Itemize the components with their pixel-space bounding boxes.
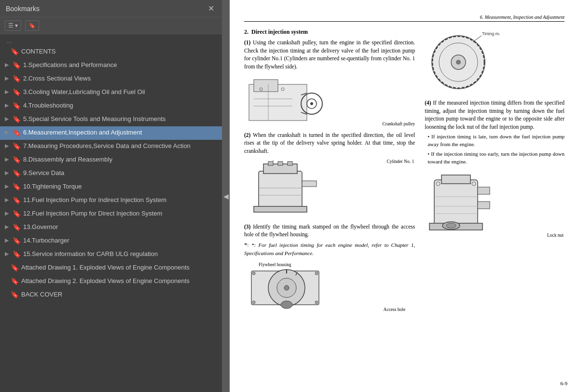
bookmark-label: 12.Fuel Injection Pump for Direct Inject…	[23, 210, 218, 218]
bullet-1: • If injection timing is late, turn down…	[425, 133, 565, 149]
bookmark-item-3[interactable]: ▶ 🔖 3.Cooling Water,Lubricating Oil and …	[0, 86, 222, 99]
bookmark-flag-icon: 🔖	[12, 88, 21, 96]
svg-rect-17	[302, 181, 317, 187]
chapter-title: 6. Measurement, Inspection and Adjustmen…	[480, 14, 565, 20]
crankshaft-label: Crankshaft pulley	[382, 122, 415, 126]
bookmarks-toolbar: ☰ ▾ 🔖	[0, 17, 222, 34]
page-header: 6. Measurement, Inspection and Adjustmen…	[244, 14, 565, 22]
svg-rect-43	[478, 202, 490, 209]
svg-line-37	[473, 36, 482, 42]
bookmark-label: 9.Service Data	[23, 169, 218, 177]
step-text: Using the crankshaft pulley, turn the en…	[244, 40, 415, 69]
access-hole-label: Access hole	[384, 307, 406, 312]
step-2: (2) When the crankshaft is turned in the…	[244, 131, 415, 155]
diagram-cylinder: Cylinder No. 1	[244, 159, 415, 218]
diagram-flywheel: Flywheel housing Access hole	[244, 261, 415, 313]
chevron-icon: ▶	[2, 102, 12, 108]
svg-point-30	[315, 272, 318, 275]
bookmark-label: 2.Cross Sectional Views	[23, 75, 218, 83]
chevron-icon: ▶	[2, 250, 12, 257]
bookmark-label: 3.Cooling Water,Lubricating Oil and Fuel…	[23, 88, 218, 96]
chevron-icon: ▶	[2, 196, 12, 203]
diagram-timing-mark: Timing mark	[425, 28, 565, 92]
svg-point-31	[252, 301, 255, 304]
bookmark-item-11[interactable]: ▶ 🔖 11.Fuel Injection Pump for Indirect …	[0, 194, 222, 207]
list-icon: ☰	[8, 22, 14, 29]
svg-text:Timing mark: Timing mark	[482, 31, 499, 36]
bookmark-item-10[interactable]: ▶ 🔖 10.Tightening Torque	[0, 180, 222, 194]
bookmarks-title: Bookmarks	[6, 5, 40, 13]
bookmark-flag-icon: 🔖	[12, 210, 21, 217]
bookmark-label: 13.Governor	[23, 223, 218, 231]
bookmark-flag-icon: 🔖	[12, 156, 21, 163]
section-title: 2. Direct injection system	[244, 28, 415, 36]
diagram-locknut: Lock nut	[425, 170, 565, 239]
flywheel-svg	[244, 261, 329, 312]
chevron-icon: ▶	[2, 223, 12, 230]
bookmark-flag-icon: 🔖	[12, 142, 21, 150]
doc-left-column: 2. Direct injection system (1) Using the…	[244, 28, 415, 316]
bookmark-flag-icon: 🔖	[12, 75, 21, 82]
bookmark-flag-icon: 🔖	[12, 237, 21, 244]
bookmark-flag-icon: 🔖	[12, 61, 21, 69]
step-num: (3)	[244, 224, 250, 230]
bookmarks-header: Bookmarks ✕	[0, 0, 222, 17]
bookmark-flag-icon: 🔖	[12, 196, 21, 204]
step-text: Identify the timing mark stamped on the …	[244, 224, 415, 238]
chevron-icon: ▶	[2, 183, 12, 189]
bookmark-item-contents[interactable]: 🔖 CONTENTS	[0, 45, 222, 59]
bookmark-label: Attached Drawing 2. Exploded Views of En…	[21, 277, 218, 285]
step-num: (1)	[244, 40, 250, 45]
svg-point-39	[456, 60, 461, 65]
bookmark-item-back[interactable]: 🔖 BACK COVER	[0, 288, 222, 302]
bookmark-item-12[interactable]: ▶ 🔖 12.Fuel Injection Pump for Direct In…	[0, 207, 222, 221]
bookmark-item-7[interactable]: ▶ 🔖 7.Measuring Procedures,Service Data …	[0, 140, 222, 153]
panel-collapse-button[interactable]: ◀	[222, 0, 230, 392]
svg-rect-42	[478, 187, 490, 194]
bookmark-item-8[interactable]: ▶ 🔖 8.Disassembly and Reassembly	[0, 153, 222, 167]
bookmark-label: 5.Special Service Tools and Measuring In…	[23, 115, 218, 123]
bookmark-label: 6.Measurement,Inspection and Adjustment	[23, 129, 218, 137]
chevron-icon: ▶	[2, 142, 12, 149]
svg-point-32	[315, 301, 318, 304]
close-button[interactable]: ✕	[206, 4, 216, 13]
bookmark-item-6[interactable]: ▶ 🔖 6.Measurement,Inspection and Adjustm…	[0, 126, 222, 140]
bookmark-label: CONTENTS	[21, 48, 218, 56]
chevron-icon: ▶	[2, 88, 12, 95]
bookmark-label: 15.Service information for CARB ULG regu…	[23, 250, 218, 258]
diagram-crankshaft: Crankshaft pulley	[244, 75, 415, 126]
bookmark-label: BACK COVER	[21, 291, 218, 299]
bookmark-item-9[interactable]: ▶ 🔖 9.Service Data	[0, 167, 222, 180]
bookmark-item-1[interactable]: ▶ 🔖 1.Specifications and Performance	[0, 59, 222, 72]
bookmark-item-5[interactable]: ▶ 🔖 5.Special Service Tools and Measurin…	[0, 113, 222, 126]
step-1: (1) Using the crankshaft pulley, turn th…	[244, 39, 415, 71]
bookmark-item-2[interactable]: ▶ 🔖 2.Cross Sectional Views	[0, 72, 222, 86]
bookmark-item-13[interactable]: ▶ 🔖 13.Governor	[0, 221, 222, 234]
chevron-icon: ▶	[2, 61, 12, 68]
svg-rect-1	[254, 80, 278, 92]
ellipsis-row: ...	[0, 36, 222, 45]
bookmark-icon-button[interactable]: 🔖	[25, 20, 39, 31]
locknut-svg	[425, 170, 499, 238]
chevron-left-icon: ◀	[223, 192, 229, 200]
step-num: (2)	[244, 132, 250, 138]
bookmark-item-15[interactable]: ▶ 🔖 15.Service information for CARB ULG …	[0, 248, 222, 261]
chevron-icon: ▶	[2, 237, 12, 243]
bookmark-flag-icon: 🔖	[10, 277, 19, 285]
bookmark-flag-icon: 🔖	[12, 102, 21, 109]
svg-rect-14	[268, 162, 273, 165]
bookmark-item-ad1[interactable]: 🔖 Attached Drawing 1. Exploded Views of …	[0, 261, 222, 275]
cylinder-svg	[244, 159, 329, 217]
step-4: (4) If the measured injection timing dif…	[425, 99, 565, 165]
chevron-icon: ▶	[2, 129, 12, 135]
bookmark-flag-icon: 🔖	[10, 48, 19, 55]
svg-rect-41	[441, 175, 470, 184]
crankshaft-svg	[244, 75, 329, 125]
bookmarks-list[interactable]: ... 🔖 CONTENTS ▶ 🔖 1.Specifications and …	[0, 34, 222, 392]
bookmark-item-14[interactable]: ▶ 🔖 14.Turbocharger	[0, 234, 222, 248]
bookmark-label: 11.Fuel Injection Pump for Indirect Inje…	[23, 196, 218, 204]
svg-rect-40	[434, 180, 478, 226]
bookmark-item-ad2[interactable]: 🔖 Attached Drawing 2. Exploded Views of …	[0, 275, 222, 288]
bookmark-item-4[interactable]: ▶ 🔖 4.Troubleshooting	[0, 99, 222, 113]
expand-all-button[interactable]: ☰ ▾	[5, 20, 21, 31]
